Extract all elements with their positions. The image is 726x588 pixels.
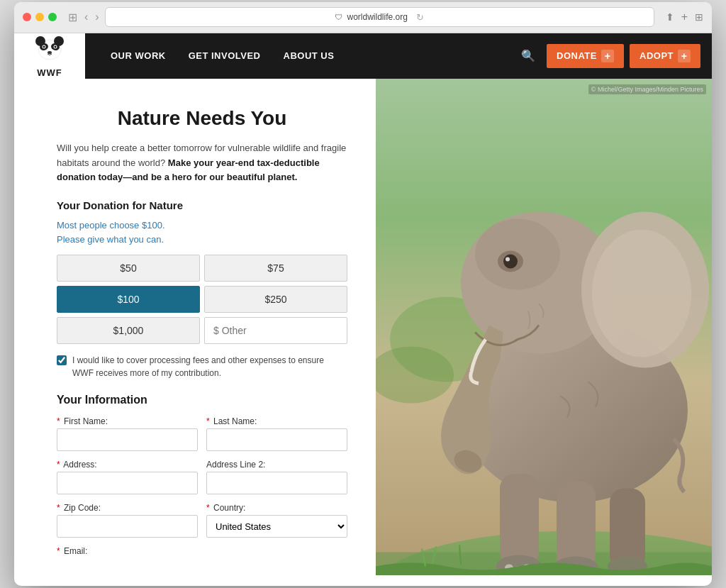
svg-point-22 <box>506 257 510 261</box>
page-heading: Nature Needs You <box>57 107 347 130</box>
zip-country-row: * Zip Code: * Country: United States Can… <box>57 503 347 538</box>
panda-icon <box>32 34 67 67</box>
new-tab-icon[interactable]: + <box>681 11 688 23</box>
address-row: * Address: Address Line 2: <box>57 460 347 494</box>
processing-fees-section: I would like to cover processing fees an… <box>57 354 347 379</box>
required-star: * <box>57 416 60 426</box>
your-info-heading: Your Information <box>57 394 347 406</box>
amount-75-button[interactable]: $75 <box>204 255 347 282</box>
svg-point-7 <box>43 45 45 48</box>
nav-right-actions: 🔍 DONATE + ADOPT + <box>515 43 712 69</box>
address-input[interactable] <box>57 472 198 494</box>
processing-fees-checkbox[interactable] <box>57 355 67 365</box>
maximize-dot[interactable] <box>48 13 57 21</box>
search-button[interactable]: 🔍 <box>515 43 541 69</box>
address2-label: Address Line 2: <box>206 460 347 470</box>
other-amount-input[interactable] <box>204 317 347 344</box>
extensions-icon[interactable]: ⊞ <box>695 11 703 23</box>
nav-link-get-involved[interactable]: GET INVOLVED <box>177 33 272 79</box>
country-field: * Country: United States Canada United K… <box>206 503 347 538</box>
share-icon[interactable]: ⬆ <box>666 11 674 23</box>
forward-button[interactable]: › <box>95 11 99 23</box>
address-label: * Address: <box>57 460 198 470</box>
donation-hint: Most people choose $100. Please give wha… <box>57 218 347 246</box>
browser-nav-controls: ⊞ ‹ › <box>68 11 99 24</box>
donation-panel: Nature Needs You Will you help create a … <box>14 79 376 586</box>
amount-100-button[interactable]: $100 <box>57 286 200 313</box>
nav-links: OUR WORK GET INVOLVED ABOUT US <box>85 33 515 79</box>
photo-credit: © Michel/Getty Images/Minden Pictures <box>588 84 706 94</box>
hero-image-panel: © Michel/Getty Images/Minden Pictures <box>376 79 712 586</box>
first-name-input[interactable] <box>57 428 198 451</box>
address-field: * Address: <box>57 460 198 494</box>
svg-rect-24 <box>500 474 539 566</box>
wwf-logo[interactable]: WWF <box>14 33 85 79</box>
donate-button[interactable]: DONATE + <box>547 44 624 68</box>
zip-field: * Zip Code: <box>57 503 198 538</box>
main-content: Nature Needs You Will you help create a … <box>14 79 712 586</box>
nav-link-about-us[interactable]: ABOUT US <box>272 33 346 79</box>
amount-250-button[interactable]: $250 <box>204 286 347 313</box>
elephant-illustration: © Michel/Getty Images/Minden Pictures <box>376 79 712 575</box>
processing-fees-label: I would like to cover processing fees an… <box>72 354 347 379</box>
country-label: * Country: <box>206 503 347 513</box>
browser-titlebar: ⊞ ‹ › 🛡 worldwildlife.org ↻ ⬆ + ⊞ <box>14 2 712 33</box>
browser-window: ⊞ ‹ › 🛡 worldwildlife.org ↻ ⬆ + ⊞ <box>14 2 712 586</box>
url-text: worldwildlife.org <box>347 12 407 22</box>
amount-50-button[interactable]: $50 <box>57 255 200 282</box>
address2-field: Address Line 2: <box>206 460 347 494</box>
email-label: * Email: <box>57 546 198 556</box>
security-icon: 🛡 <box>335 13 342 21</box>
search-icon: 🔍 <box>521 49 535 62</box>
name-row: * First Name: * Last Name: <box>57 416 347 451</box>
adopt-plus-icon: + <box>678 50 691 62</box>
hint-line2: Please give what you can. <box>57 233 347 247</box>
adopt-button[interactable]: ADOPT + <box>630 44 700 68</box>
donation-section-heading: Your Donation for Nature <box>57 199 347 211</box>
minimize-dot[interactable] <box>35 13 44 21</box>
first-name-field: * First Name: <box>57 416 198 451</box>
required-star-3: * <box>57 460 60 470</box>
nav-link-our-work[interactable]: OUR WORK <box>99 33 177 79</box>
first-name-label: * First Name: <box>57 416 198 426</box>
last-name-label: * Last Name: <box>206 416 347 426</box>
close-dot[interactable] <box>23 13 31 21</box>
donation-amount-grid: $50 $75 $100 $250 $1,000 <box>57 255 347 344</box>
address2-input[interactable] <box>206 472 347 494</box>
zip-label: * Zip Code: <box>57 503 198 513</box>
email-field: * Email: <box>57 546 198 556</box>
required-star-5: * <box>206 503 210 513</box>
last-name-field: * Last Name: <box>206 416 347 451</box>
wwf-text-logo: WWF <box>37 67 62 78</box>
browser-dots <box>23 13 57 21</box>
last-name-input[interactable] <box>206 428 347 451</box>
svg-point-21 <box>503 254 518 268</box>
tab-icon[interactable]: ⊞ <box>68 11 77 24</box>
required-star-4: * <box>57 503 60 513</box>
required-star-2: * <box>206 416 210 426</box>
back-button[interactable]: ‹ <box>84 11 88 23</box>
svg-point-18 <box>592 229 691 357</box>
refresh-icon[interactable]: ↻ <box>416 12 424 23</box>
svg-point-8 <box>55 45 57 48</box>
hint-line1: Most people choose $100. <box>57 218 347 233</box>
amount-1000-button[interactable]: $1,000 <box>57 317 200 344</box>
body-text: Will you help create a better tomorrow f… <box>57 141 347 185</box>
svg-point-9 <box>48 51 52 54</box>
site-navigation: WWF OUR WORK GET INVOLVED ABOUT US 🔍 DON… <box>14 33 712 79</box>
zip-input[interactable] <box>57 515 198 538</box>
country-select[interactable]: United States Canada United Kingdom Aust… <box>206 515 347 538</box>
donate-plus-icon: + <box>601 50 614 62</box>
address-bar[interactable]: 🛡 worldwildlife.org ↻ <box>105 7 654 27</box>
browser-toolbar-right: ⬆ + ⊞ <box>666 11 703 23</box>
required-star-6: * <box>57 546 60 556</box>
email-row: * Email: <box>57 546 347 556</box>
